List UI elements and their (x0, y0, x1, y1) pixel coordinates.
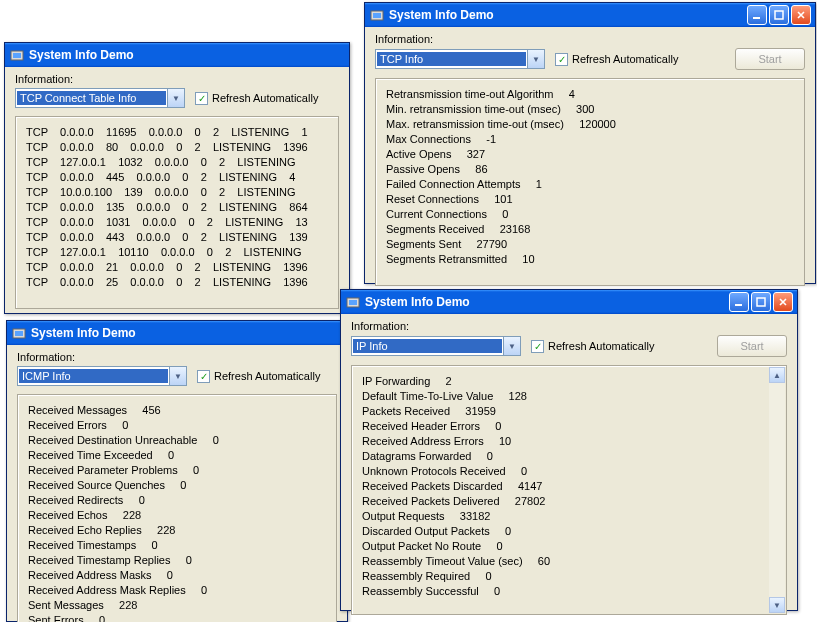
list-item: Received Echo Replies 228 (28, 523, 326, 538)
list-item: Output Packet No Route 0 (362, 539, 764, 554)
titlebar[interactable]: System Info Demo (341, 290, 797, 314)
checkbox-label: Refresh Automatically (572, 53, 678, 65)
info-dropdown[interactable]: ICMP Info ▼ (17, 366, 187, 386)
app-icon (9, 47, 25, 63)
list-item: Datagrams Forwarded 0 (362, 449, 764, 464)
list-item: Received Packets Delivered 27802 (362, 494, 764, 509)
table-row: TCP 0.0.0.0 135 0.0.0.0 0 2 LISTENING 86… (26, 200, 328, 215)
list-item: Received Errors 0 (28, 418, 326, 433)
list-item: Received Parameter Problems 0 (28, 463, 326, 478)
list-item: Output Requests 33182 (362, 509, 764, 524)
scroll-track[interactable] (769, 383, 785, 597)
table-row: TCP 127.0.0.1 1032 0.0.0.0 0 2 LISTENING (26, 155, 328, 170)
close-button[interactable] (791, 5, 811, 25)
information-label: Information: (17, 351, 337, 363)
table-row: TCP 0.0.0.0 21 0.0.0.0 0 2 LISTENING 139… (26, 260, 328, 275)
list-item: Received Address Mask Replies 0 (28, 583, 326, 598)
refresh-checkbox[interactable]: ✓ Refresh Automatically (531, 340, 654, 353)
list-item: Max Connections -1 (386, 132, 794, 147)
dropdown-selected: IP Info (353, 339, 502, 353)
table-row: TCP 0.0.0.0 11695 0.0.0.0 0 2 LISTENING … (26, 125, 328, 140)
svg-rect-3 (15, 331, 23, 336)
maximize-button[interactable] (751, 292, 771, 312)
window-title: System Info Demo (365, 295, 729, 309)
table-row: TCP 127.0.0.1 10110 0.0.0.0 0 2 LISTENIN… (26, 245, 328, 260)
scroll-up-icon[interactable]: ▲ (769, 367, 785, 383)
list-item: Received Redirects 0 (28, 493, 326, 508)
list-item: Segments Retransmitted 10 (386, 252, 794, 267)
dropdown-selected: TCP Info (377, 52, 526, 66)
list-item: Discarded Output Packets 0 (362, 524, 764, 539)
window-tcp-connect: System Info Demo Information: TCP Connec… (4, 42, 350, 314)
chevron-down-icon: ▼ (527, 50, 544, 68)
list-item: Sent Errors 0 (28, 613, 326, 622)
data-panel: TCP 0.0.0.0 11695 0.0.0.0 0 2 LISTENING … (15, 116, 339, 309)
svg-rect-7 (775, 11, 783, 19)
table-row: TCP 0.0.0.0 1031 0.0.0.0 0 2 LISTENING 1… (26, 215, 328, 230)
list-item: Received Source Quenches 0 (28, 478, 326, 493)
app-icon (369, 7, 385, 23)
list-item: Failed Connection Attempts 1 (386, 177, 794, 192)
scroll-down-icon[interactable]: ▼ (769, 597, 785, 613)
titlebar[interactable]: System Info Demo (365, 3, 815, 27)
checkbox-label: Refresh Automatically (548, 340, 654, 352)
chevron-down-icon: ▼ (169, 367, 186, 385)
information-label: Information: (375, 33, 805, 45)
window-title: System Info Demo (29, 48, 345, 62)
refresh-checkbox[interactable]: ✓ Refresh Automatically (555, 53, 678, 66)
list-item: Received Destination Unreachable 0 (28, 433, 326, 448)
list-item: Reassembly Required 0 (362, 569, 764, 584)
chevron-down-icon: ▼ (503, 337, 520, 355)
table-row: TCP 0.0.0.0 80 0.0.0.0 0 2 LISTENING 139… (26, 140, 328, 155)
checkbox-label: Refresh Automatically (214, 370, 320, 382)
list-item: Received Address Masks 0 (28, 568, 326, 583)
checkbox-box: ✓ (555, 53, 568, 66)
list-item: Reset Connections 101 (386, 192, 794, 207)
list-item: Passive Opens 86 (386, 162, 794, 177)
list-item: Received Packets Discarded 4147 (362, 479, 764, 494)
refresh-checkbox[interactable]: ✓ Refresh Automatically (195, 92, 318, 105)
information-label: Information: (15, 73, 339, 85)
window-tcp: System Info Demo Information: TCP Info ▼… (364, 2, 816, 284)
svg-rect-1 (13, 53, 21, 58)
checkbox-box: ✓ (197, 370, 210, 383)
checkbox-box: ✓ (531, 340, 544, 353)
start-button[interactable]: Start (717, 335, 787, 357)
checkbox-box: ✓ (195, 92, 208, 105)
list-item: Current Connections 0 (386, 207, 794, 222)
info-dropdown[interactable]: TCP Info ▼ (375, 49, 545, 69)
svg-rect-10 (735, 304, 742, 306)
list-item: Retransmission time-out Algorithm 4 (386, 87, 794, 102)
info-dropdown[interactable]: TCP Connect Table Info ▼ (15, 88, 185, 108)
dropdown-selected: ICMP Info (19, 369, 168, 383)
list-item: Segments Received 23168 (386, 222, 794, 237)
list-item: Received Time Exceeded 0 (28, 448, 326, 463)
list-item: Unknown Protocols Received 0 (362, 464, 764, 479)
close-button[interactable] (773, 292, 793, 312)
info-dropdown[interactable]: IP Info ▼ (351, 336, 521, 356)
refresh-checkbox[interactable]: ✓ Refresh Automatically (197, 370, 320, 383)
table-row: TCP 0.0.0.0 445 0.0.0.0 0 2 LISTENING 4 (26, 170, 328, 185)
list-item: IP Forwarding 2 (362, 374, 764, 389)
titlebar[interactable]: System Info Demo (5, 43, 349, 67)
window-title: System Info Demo (31, 326, 343, 340)
svg-rect-9 (349, 300, 357, 305)
app-icon (345, 294, 361, 310)
minimize-button[interactable] (729, 292, 749, 312)
scrollbar[interactable]: ▲ ▼ (769, 367, 785, 613)
chevron-down-icon: ▼ (167, 89, 184, 107)
list-item: Active Opens 327 (386, 147, 794, 162)
list-item: Received Address Errors 10 (362, 434, 764, 449)
titlebar[interactable]: System Info Demo (7, 321, 347, 345)
list-item: Received Echos 228 (28, 508, 326, 523)
information-label: Information: (351, 320, 787, 332)
data-panel: Received Messages 456 Received Errors 0 … (17, 394, 337, 622)
list-item: Default Time-To-Live Value 128 (362, 389, 764, 404)
list-item: Received Header Errors 0 (362, 419, 764, 434)
svg-rect-11 (757, 298, 765, 306)
list-item: Packets Received 31959 (362, 404, 764, 419)
start-button[interactable]: Start (735, 48, 805, 70)
maximize-button[interactable] (769, 5, 789, 25)
list-item: Sent Messages 228 (28, 598, 326, 613)
minimize-button[interactable] (747, 5, 767, 25)
